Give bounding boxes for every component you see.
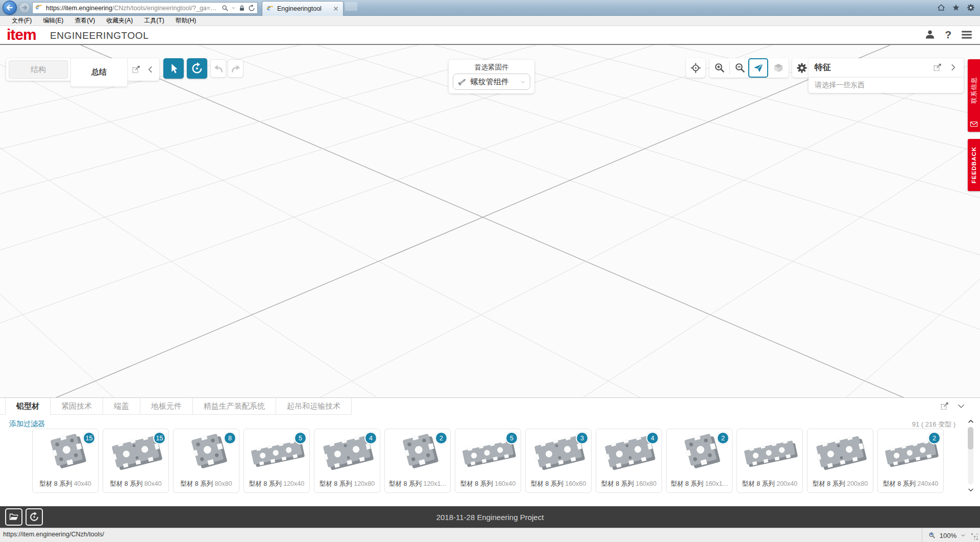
- contact-side-tab[interactable]: 联系信息: [968, 59, 980, 132]
- select-cursor-button[interactable]: [163, 58, 184, 79]
- product-list-scrollbar[interactable]: [966, 417, 975, 494]
- open-project-button[interactable]: [5, 508, 22, 526]
- product-card[interactable]: 型材 8 系列 200x40: [737, 429, 803, 493]
- screw-icon: [457, 77, 468, 87]
- tab-lifting-transport[interactable]: 起吊和运输技术: [276, 398, 352, 414]
- gear-icon: [796, 62, 807, 74]
- collapse-left-icon[interactable]: [146, 65, 155, 74]
- menu-file[interactable]: 文件(F): [6, 16, 37, 25]
- zoom-caret-icon[interactable]: [961, 533, 966, 538]
- popout-icon[interactable]: [132, 65, 141, 74]
- scroll-down-icon[interactable]: [966, 486, 975, 494]
- center-view-button[interactable]: [686, 58, 705, 78]
- menu-favorites[interactable]: 收藏夹(A): [101, 16, 138, 25]
- forward-button[interactable]: [19, 2, 30, 13]
- product-card[interactable]: 3 型材 8 系列 160x60: [525, 429, 592, 493]
- new-tab-button[interactable]: [345, 2, 357, 11]
- product-card[interactable]: 5 型材 8 系列 120x40: [243, 429, 310, 493]
- user-icon[interactable]: [924, 29, 936, 40]
- redo-button[interactable]: [228, 59, 243, 78]
- back-button[interactable]: [3, 1, 17, 15]
- tab-fastening-technology[interactable]: 紧固技术: [51, 398, 103, 414]
- variant-count-badge: 2: [435, 432, 448, 444]
- tab-summary[interactable]: 总结: [70, 58, 128, 87]
- product-card[interactable]: 2 型材 8 系列 120x1...: [384, 429, 451, 493]
- ie-favicon: [266, 5, 275, 13]
- catalogue-tabs: 铝型材 紧固技术 端盖 地板元件 精益生产装配系统 起吊和运输技术: [0, 398, 352, 415]
- variant-count-badge: 2: [717, 432, 729, 444]
- tab-lean-production[interactable]: 精益生产装配系统: [193, 398, 276, 414]
- fastener-label: 首选紧固件: [449, 63, 534, 72]
- tab-floor-elements[interactable]: 地板元件: [140, 398, 193, 414]
- scroll-up-icon[interactable]: [966, 417, 975, 426]
- collapse-down-icon[interactable]: [957, 402, 966, 411]
- catalogue-panel: 铝型材 紧固技术 端盖 地板元件 精益生产装配系统 起吊和运输技术 添加过滤器 …: [0, 397, 980, 506]
- menu-view[interactable]: 查看(V): [69, 16, 101, 25]
- rotate-icon: [191, 62, 203, 75]
- tab-title: Engineeringtool: [277, 5, 332, 12]
- product-label: 型材 8 系列 80x40: [103, 480, 168, 488]
- feedback-side-tab[interactable]: FEEDBACK: [968, 139, 980, 191]
- url-host: https://item.engineering: [46, 5, 112, 12]
- profile-thumbnail: [811, 431, 869, 474]
- undo-button[interactable]: [210, 59, 226, 78]
- folder-icon: [9, 512, 19, 522]
- product-card[interactable]: 2 型材 8 系列 160x1...: [666, 429, 732, 493]
- browser-tools-gear-icon[interactable]: [967, 4, 975, 12]
- product-label: 型材 8 系列 160x40: [455, 480, 521, 488]
- menu-edit[interactable]: 编辑(E): [37, 16, 69, 25]
- fly-mode-button[interactable]: [748, 58, 768, 78]
- center-view-icon: [690, 62, 701, 74]
- variant-count-badge: 5: [294, 432, 307, 444]
- lock-icon: [238, 5, 246, 12]
- fastener-select[interactable]: 螺纹管组件: [453, 74, 530, 90]
- redo-icon: [231, 63, 241, 74]
- search-icon[interactable]: [222, 5, 229, 12]
- product-card[interactable]: 型材 8 系列 200x80: [807, 429, 873, 493]
- favorites-star-icon[interactable]: [952, 4, 960, 12]
- scrollbar-track[interactable]: [968, 427, 973, 484]
- add-filter-link[interactable]: 添加过滤器: [9, 419, 45, 429]
- url-path: /CNzh/tools/engineeringtool/?_ga=2.19094…: [112, 5, 219, 12]
- address-bar[interactable]: https://item.engineering/CNzh/tools/engi…: [32, 2, 258, 14]
- engineeringtool-window: https://item.engineering/CNzh/tools/engi…: [0, 0, 980, 542]
- solid-mode-button[interactable]: [768, 58, 788, 78]
- variant-count-badge: 15: [83, 432, 95, 444]
- product-card[interactable]: 4 型材 8 系列 160x80: [596, 429, 662, 493]
- close-icon[interactable]: [332, 5, 339, 12]
- viewport-3d-grid[interactable]: [0, 45, 980, 398]
- help-icon[interactable]: ?: [945, 29, 951, 41]
- browser-tab[interactable]: Engineeringtool: [262, 1, 344, 16]
- tab-end-caps[interactable]: 端盖: [103, 398, 140, 414]
- reset-view-button[interactable]: [26, 508, 43, 526]
- product-label: 型材 8 系列 80x80: [174, 480, 239, 488]
- product-card[interactable]: 4 型材 8 系列 120x80: [314, 429, 380, 493]
- popout-icon[interactable]: [933, 63, 942, 72]
- menu-tools[interactable]: 工具(T): [138, 16, 169, 25]
- product-card[interactable]: 2 型材 8 系列 240x40: [877, 429, 944, 493]
- product-card[interactable]: 15 型材 8 系列 40x40: [32, 429, 99, 493]
- zoom-out-button[interactable]: [730, 58, 750, 78]
- variant-count-badge: 3: [576, 432, 589, 444]
- tab-structure[interactable]: 结构: [9, 60, 68, 79]
- product-label: 型材 8 系列 240x40: [878, 480, 943, 488]
- product-card[interactable]: 8 型材 8 系列 80x80: [173, 429, 239, 493]
- menu-help[interactable]: 帮助(H): [170, 16, 202, 25]
- product-card[interactable]: 5 型材 8 系列 160x40: [455, 429, 521, 493]
- tab-aluminium-profiles[interactable]: 铝型材: [5, 398, 51, 414]
- browser-status-bar: https://item.engineering/CNzh/tools/ 100…: [0, 528, 980, 542]
- popout-icon[interactable]: [940, 402, 949, 411]
- home-icon[interactable]: [937, 4, 945, 12]
- rotate-view-button[interactable]: [187, 58, 207, 79]
- zoom-in-button[interactable]: [709, 58, 729, 78]
- search-dropdown-icon[interactable]: [231, 6, 236, 10]
- menu-icon[interactable]: [961, 29, 973, 41]
- scrollbar-thumb[interactable]: [968, 427, 973, 450]
- expand-right-icon[interactable]: [948, 63, 958, 72]
- undo-icon: [213, 63, 224, 74]
- zoom-control[interactable]: 100%: [922, 528, 966, 542]
- refresh-icon[interactable]: [248, 5, 255, 12]
- product-card[interactable]: 15 型材 8 系列 80x40: [103, 429, 169, 493]
- result-count: 91 ( 216 变型 ): [912, 420, 955, 429]
- resize-grip[interactable]: [971, 533, 973, 535]
